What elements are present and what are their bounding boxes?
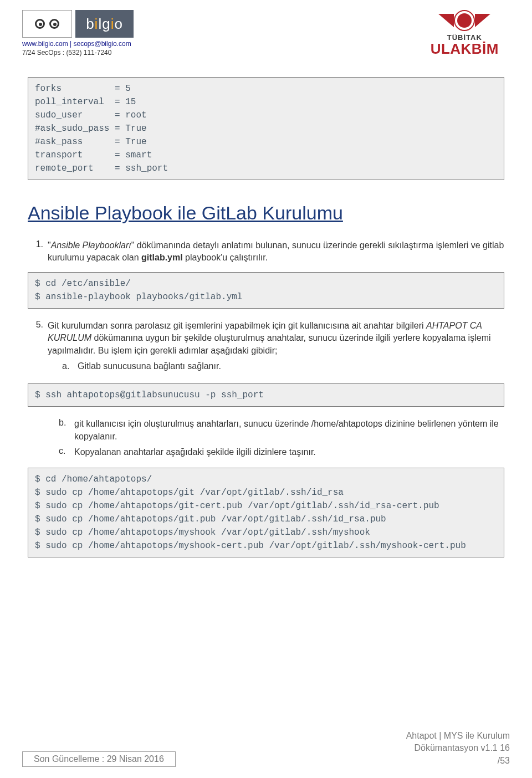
item-number: 5. — [28, 320, 43, 376]
item-body: "Ansible Playbookları" dökümanında detay… — [48, 239, 504, 264]
logo-left: bilgio www.bilgio.com | secops@bilgio.co… — [22, 10, 134, 58]
wing-icon — [475, 14, 490, 27]
sub-letter: c. — [59, 446, 70, 458]
sub-text: Gitlab sunucusuna bağlantı sağlanır. — [78, 360, 504, 372]
footer-page: /53 — [406, 755, 510, 767]
ulakbim-label: ULAKBİM — [431, 40, 499, 58]
wing-icon — [438, 14, 454, 27]
footer-version: Dökümantasyon v1.1 16 — [406, 742, 510, 754]
list-item-1: 1. "Ansible Playbookları" dökümanında de… — [28, 239, 504, 264]
contact-line-2: 7/24 SecOps : (532) 111-7240 — [22, 49, 134, 57]
sub-item-b: b. git kullanıcısı için oluşturulmuş ana… — [59, 418, 504, 443]
code-block-ansible: $ cd /etc/ansible/ $ ansible-playbook pl… — [28, 272, 504, 309]
item-body: Git kurulumdan sonra parolasız git işeml… — [48, 320, 504, 376]
footer-right: Ahtapot | MYS ile Kurulum Dökümantasyon … — [406, 730, 510, 767]
section-title: Ansible Playbook ile GitLab Kurulumu — [28, 202, 504, 224]
bilgio-logo: bilgio — [75, 10, 134, 38]
sub-text: git kullanıcısı için oluşturulmuş anahta… — [74, 418, 504, 443]
item-number: 1. — [28, 239, 43, 264]
footer: Son Güncelleme : 29 Nisan 2016 Ahtapot |… — [22, 730, 510, 767]
page-header: bilgio www.bilgio.com | secops@bilgio.co… — [0, 0, 532, 58]
sub-item-c: c. Kopyalanan anahtarlar aşağıdaki şekil… — [59, 446, 504, 458]
sub-letter: b. — [59, 418, 70, 443]
code-block-cp: $ cd /home/ahtapotops/ $ sudo cp /home/a… — [28, 468, 504, 557]
code-block-ssh: $ ssh ahtapotops@gitlabsunucusu -p ssh_p… — [28, 383, 504, 407]
contact-line-1: www.bilgio.com | secops@bilgio.com — [22, 40, 134, 48]
code-block-config: forks = 5 poll_interval = 15 sudo_user =… — [28, 77, 504, 180]
footer-date: Son Güncelleme : 29 Nisan 2016 — [22, 751, 176, 767]
logo-right: TÜBİTAK ULAKBİM — [431, 10, 499, 58]
owl-logo — [22, 10, 72, 38]
tubitak-circle-icon — [454, 10, 475, 31]
footer-title: Ahtapot | MYS ile Kurulum — [406, 730, 510, 742]
sub-text: Kopyalanan anahtarlar aşağıdaki şekilde … — [74, 446, 504, 458]
content: forks = 5 poll_interval = 15 sudo_user =… — [0, 77, 532, 557]
sub-letter: a. — [62, 360, 73, 372]
list-item-5: 5. Git kurulumdan sonra parolasız git iş… — [28, 320, 504, 376]
